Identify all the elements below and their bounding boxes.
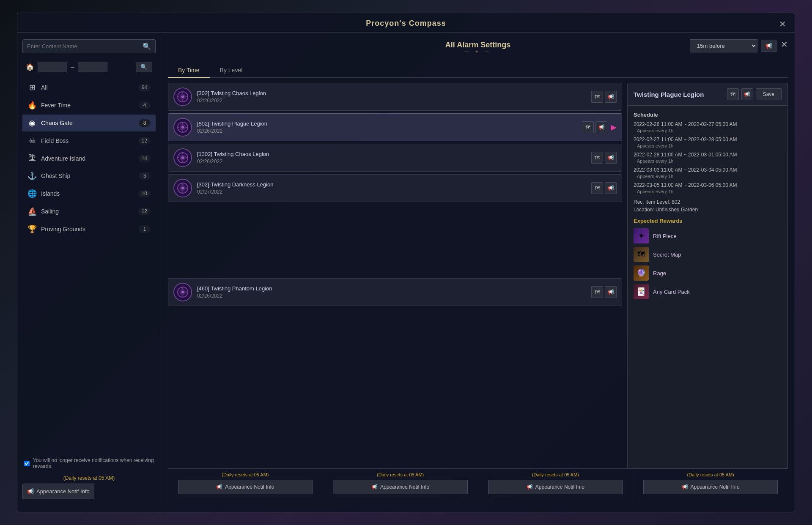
event-date-evt3: 02/26/2022 bbox=[197, 159, 586, 164]
sidebar-item-field-boss[interactable]: ☠ Field Boss 12 bbox=[22, 132, 156, 149]
event-icon-evt4 bbox=[173, 179, 192, 197]
detail-panel: Twisting Plague Legion 🗺 📢 Save Schedule… bbox=[627, 83, 788, 468]
nav-icon-islands: 🌐 bbox=[27, 189, 37, 198]
sidebar-item-chaos-gate[interactable]: ◉ Chaos Gate 8 bbox=[22, 115, 156, 131]
event-item-evt3[interactable]: [1302] Twisting Chaos Legion 02/26/2022 … bbox=[168, 144, 622, 172]
nav-count-proving-grounds: 1 bbox=[139, 225, 151, 233]
event-date-evt4: 02/27/2022 bbox=[197, 189, 586, 195]
appearance-notif-button-1[interactable]: 📢 Appearance Notif Info bbox=[178, 480, 313, 494]
event-info-evt1: [302] Twisting Chaos Legion 02/26/2022 bbox=[197, 90, 586, 104]
event-navigate-btn-evt4[interactable]: 🗺 bbox=[591, 182, 603, 194]
sidebar-item-ghost-ship[interactable]: ⚓ Ghost Ship 3 bbox=[22, 167, 156, 184]
schedule-freq: Appears every 1h bbox=[634, 128, 782, 133]
reward-name-rift: Rift Piece bbox=[653, 233, 677, 239]
bottom-section-4: (Daily resets at 05 AM) 📢 Appearance Not… bbox=[633, 469, 788, 499]
event-alarm-btn-evt2[interactable]: 📢 bbox=[595, 121, 607, 133]
event-date-evt5: 02/26/2022 bbox=[197, 293, 586, 299]
appearance-notif-button-2[interactable]: 📢 Appearance Notif Info bbox=[333, 480, 467, 494]
appearance-notif-button-sidebar[interactable]: 📢 Appearance Notif Info bbox=[22, 484, 94, 499]
nav-icon-proving-grounds: 🏆 bbox=[27, 224, 37, 234]
appearance-notif-button-3[interactable]: 📢 Appearance Notif Info bbox=[488, 480, 623, 494]
rewards-title: Expected Rewards bbox=[634, 218, 782, 224]
event-item-evt4[interactable]: [302] Twisting Darkness Legion 02/27/202… bbox=[168, 174, 622, 202]
sidebar-item-all[interactable]: ⊞ All 64 bbox=[22, 79, 156, 96]
title-bar: Procyon's Compass ✕ bbox=[17, 13, 795, 33]
save-button[interactable]: Save bbox=[756, 88, 782, 100]
detail-alarm-btn[interactable]: 📢 bbox=[741, 88, 753, 100]
svg-point-5 bbox=[181, 126, 184, 129]
sidebar-item-islands[interactable]: 🌐 Islands 10 bbox=[22, 185, 156, 202]
nav-icon-fever-time: 🔥 bbox=[27, 101, 37, 110]
tab-by-time[interactable]: By Time bbox=[168, 63, 210, 78]
nav-label-sailing: Sailing bbox=[41, 208, 134, 215]
alarm-title: All Alarm Settings — ✦ — bbox=[375, 41, 582, 57]
nav-label-ghost-ship: Ghost Ship bbox=[41, 172, 134, 179]
cursor-indicator: ▶ bbox=[611, 123, 617, 132]
event-navigate-btn-evt2[interactable]: 🗺 bbox=[582, 121, 594, 133]
nav-icon-all: ⊞ bbox=[27, 83, 37, 92]
event-name-evt5: [460] Twisting Phantom Legion bbox=[197, 285, 586, 292]
level-separator: – bbox=[71, 63, 74, 71]
event-item-evt1[interactable]: [302] Twisting Chaos Legion 02/26/2022 🗺… bbox=[168, 83, 622, 111]
event-alarm-btn-evt3[interactable]: 📢 bbox=[605, 152, 617, 164]
event-info-evt4: [302] Twisting Darkness Legion 02/27/202… bbox=[197, 181, 586, 195]
search-input[interactable] bbox=[27, 43, 139, 49]
alarm-toggle-button[interactable]: 📢 bbox=[761, 40, 777, 52]
sidebar-item-sailing[interactable]: ⛵ Sailing 12 bbox=[22, 203, 156, 220]
nav-count-adventure-island: 14 bbox=[138, 155, 151, 162]
level-max-input[interactable]: 1500 bbox=[78, 62, 107, 72]
event-alarm-btn-evt5[interactable]: 📢 bbox=[605, 286, 617, 298]
search-icon: 🔍 bbox=[143, 42, 151, 50]
svg-point-2 bbox=[181, 96, 184, 98]
event-icon-evt3 bbox=[173, 148, 192, 167]
appearance-notif-button-4[interactable]: 📢 Appearance Notif Info bbox=[643, 480, 778, 494]
svg-point-8 bbox=[181, 156, 184, 159]
bottom-bar: (Daily resets at 05 AM) 📢 Appearance Not… bbox=[168, 468, 788, 499]
reward-icon-rift: ✦ bbox=[634, 228, 649, 243]
event-item-evt2[interactable]: [802] Twisting Plague Legion 02/26/2022 … bbox=[168, 113, 622, 141]
schedule-entry: 2022-03-03 11:00 AM ~ 2022-03-04 05:00 A… bbox=[634, 167, 782, 179]
schedule-entry: 2022-02-28 11:00 AM ~ 2022-03-01 05:00 A… bbox=[634, 152, 782, 164]
event-date-evt2: 02/26/2022 bbox=[197, 128, 577, 134]
event-navigate-btn-evt3[interactable]: 🗺 bbox=[591, 152, 603, 164]
reward-name-card: Any Card Pack bbox=[653, 289, 690, 295]
megaphone-icon-2: 📢 bbox=[371, 484, 378, 490]
event-alarm-btn-evt4[interactable]: 📢 bbox=[605, 182, 617, 194]
location-text: Location: Unfinished Garden bbox=[634, 207, 782, 213]
sidebar-item-proving-grounds[interactable]: 🏆 Proving Grounds 1 bbox=[22, 221, 156, 238]
nav-icon-adventure-island: 🏝 bbox=[27, 154, 37, 163]
megaphone-icon-1: 📢 bbox=[216, 484, 222, 490]
nav-count-chaos-gate: 8 bbox=[139, 119, 151, 127]
schedule-entry: 2022-02-27 11:00 AM ~ 2022-02-28 05:00 A… bbox=[634, 137, 782, 148]
event-info-evt5: [460] Twisting Phantom Legion 02/26/2022 bbox=[197, 285, 586, 299]
alarm-close-button[interactable]: ✕ bbox=[781, 39, 788, 49]
sidebar-item-adventure-island[interactable]: 🏝 Adventure Island 14 bbox=[22, 150, 156, 167]
time-dropdown[interactable]: 5m before 10m before 15m before 20m befo… bbox=[690, 39, 757, 52]
level-range: 🏠 1 – 1500 🔍 bbox=[22, 60, 156, 74]
events-list: [302] Twisting Chaos Legion 02/26/2022 🗺… bbox=[168, 83, 622, 468]
nav-icon-sailing: ⛵ bbox=[27, 207, 37, 216]
notification-check: You will no longer receive notifications… bbox=[22, 454, 156, 473]
bottom-section-2: (Daily resets at 05 AM) 📢 Appearance Not… bbox=[323, 469, 478, 499]
event-alarm-btn-evt1[interactable]: 📢 bbox=[605, 91, 617, 103]
window-close-button[interactable]: ✕ bbox=[779, 19, 786, 29]
tab-by-level[interactable]: By Level bbox=[210, 63, 253, 78]
nav-label-all: All bbox=[41, 84, 134, 91]
event-item-evt5[interactable]: [460] Twisting Phantom Legion 02/26/2022… bbox=[168, 278, 622, 306]
event-navigate-btn-evt1[interactable]: 🗺 bbox=[591, 91, 603, 103]
nav-count-field-boss: 12 bbox=[138, 137, 151, 145]
level-search-button[interactable]: 🔍 bbox=[136, 62, 152, 72]
main-window: Procyon's Compass ✕ 🔍 🏠 1 – 1500 🔍 ⊞ All… bbox=[17, 13, 795, 512]
event-info-evt2: [802] Twisting Plague Legion 02/26/2022 bbox=[197, 120, 577, 134]
notification-checkbox[interactable] bbox=[24, 461, 30, 466]
level-min-input[interactable]: 1 bbox=[38, 62, 67, 72]
content-area: 🔍 🏠 1 – 1500 🔍 ⊞ All 64 🔥 Fever Time 4 ◉… bbox=[17, 33, 795, 506]
daily-reset-bottom-2: (Daily resets at 05 AM) bbox=[377, 472, 424, 477]
reward-item-map: 🗺 Secret Map bbox=[634, 247, 782, 262]
sidebar-item-fever-time[interactable]: 🔥 Fever Time 4 bbox=[22, 97, 156, 114]
event-navigate-btn-evt5[interactable]: 🗺 bbox=[591, 286, 603, 298]
daily-reset-bottom-3: (Daily resets at 05 AM) bbox=[532, 472, 579, 477]
nav-label-fever-time: Fever Time bbox=[41, 102, 134, 109]
schedule-entry: 2022-02-26 11:00 AM ~ 2022-02-27 05:00 A… bbox=[634, 121, 782, 133]
detail-navigate-btn[interactable]: 🗺 bbox=[727, 88, 739, 100]
